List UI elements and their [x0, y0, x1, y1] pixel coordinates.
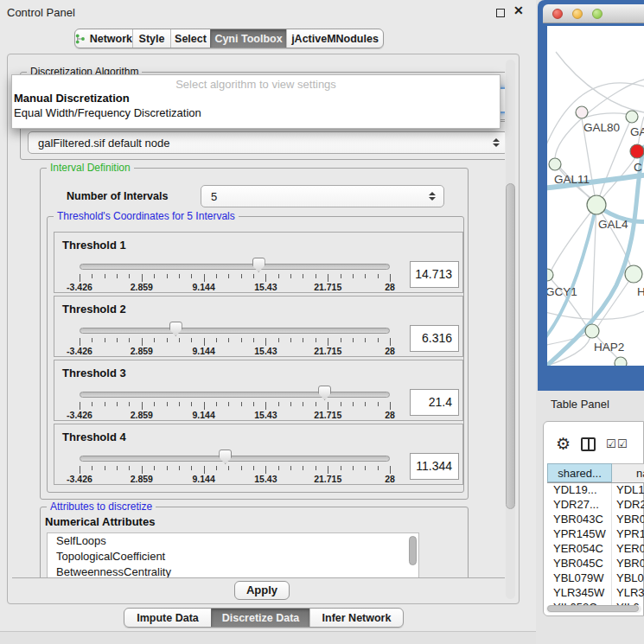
network-graph[interactable]: GAL80GACGAL11GAL4GCY1HHAP2: [547, 26, 644, 366]
tick-mark: [303, 402, 303, 406]
table-row[interactable]: YDR27...YDR2: [547, 498, 644, 513]
attribute-list-item[interactable]: BetweennessCentrality: [48, 564, 418, 578]
slider-thumb[interactable]: [252, 258, 265, 272]
tab-discretize-data[interactable]: Discretize Data: [211, 609, 309, 627]
slider-thumb[interactable]: [169, 322, 182, 336]
node-label: HAP2: [594, 341, 624, 354]
column-header-name[interactable]: na: [612, 463, 644, 482]
table-row[interactable]: YLR345WYLR3: [547, 586, 644, 601]
tick-mark: [129, 274, 130, 278]
num-intervals-value: 5: [211, 190, 217, 203]
network-node[interactable]: [587, 195, 606, 214]
tick-mark: [278, 466, 279, 470]
popup-option-equal-width[interactable]: Equal Width/Frequency Discretization: [12, 105, 500, 120]
network-canvas[interactable]: GAL80GACGAL11GAL4GCY1HHAP2: [547, 26, 644, 366]
tab-style[interactable]: Style: [132, 29, 170, 48]
network-node[interactable]: [549, 158, 561, 170]
table-row[interactable]: YBL079WYBL0: [547, 571, 644, 586]
slider-track[interactable]: [80, 264, 390, 270]
threshold-value-field[interactable]: 14.713: [410, 261, 459, 288]
tick-mark: [316, 338, 316, 342]
panel-scrollbar[interactable]: [506, 60, 515, 599]
table-row[interactable]: YBR045CYBR0: [547, 557, 644, 571]
scrollbar-thumb[interactable]: [506, 183, 515, 509]
slider-track[interactable]: [80, 328, 390, 334]
tick-mark: [365, 338, 366, 342]
tick-mark: [204, 466, 205, 474]
node-label: GAL11: [554, 173, 590, 186]
attributes-scrollbar[interactable]: [409, 535, 417, 578]
network-edge: [555, 118, 582, 158]
zoom-traffic-light-icon[interactable]: [592, 9, 603, 19]
cell-shared-name: YDL19...: [547, 483, 612, 498]
table-data-combo[interactable]: galFiltered.sif default node: [28, 131, 505, 154]
tab-select[interactable]: Select: [170, 29, 210, 48]
split-view-icon[interactable]: [581, 437, 596, 451]
network-node[interactable]: [585, 324, 599, 338]
scrollbar-thumb[interactable]: [547, 605, 639, 612]
tick-mark: [378, 338, 379, 342]
network-node[interactable]: [625, 265, 642, 283]
close-icon[interactable]: ✕: [513, 3, 524, 17]
table-data-combo-value: galFiltered.sif default node: [38, 137, 169, 150]
num-intervals-label: Number of Intervals: [67, 190, 168, 202]
tick-mark: [105, 274, 105, 278]
network-node[interactable]: [626, 111, 638, 123]
tab-cyni-toolbox[interactable]: Cyni Toolbox: [210, 29, 286, 48]
checkbox-icon[interactable]: ☑: [606, 438, 616, 450]
tick-mark: [80, 274, 80, 282]
threshold-label: Threshold 1: [62, 239, 126, 252]
table-row[interactable]: YER054CYER0: [547, 542, 644, 557]
tick-mark: [129, 466, 130, 470]
numerical-attributes-list[interactable]: SelfLoopsTopologicalCoefficientBetweenne…: [47, 532, 419, 578]
close-traffic-light-icon[interactable]: [552, 9, 563, 19]
cell-name: YER0: [612, 542, 644, 557]
tick-mark: [341, 466, 341, 470]
tab-network[interactable]: Network: [75, 29, 132, 48]
tick-mark: [129, 338, 130, 342]
network-node[interactable]: [547, 269, 553, 281]
tab-jactivemnodules[interactable]: jActiveMNodules: [286, 29, 383, 48]
tick-mark: [191, 466, 192, 470]
checkbox-icon[interactable]: ☑: [617, 438, 628, 450]
minimize-traffic-light-icon[interactable]: [572, 9, 583, 19]
slider-thumb[interactable]: [219, 450, 232, 464]
network-node[interactable]: [576, 106, 588, 118]
tab-impute-data[interactable]: Impute Data: [124, 609, 211, 627]
gear-icon[interactable]: ⚙: [556, 436, 571, 452]
num-intervals-combo[interactable]: 5: [201, 185, 444, 207]
column-header-shared[interactable]: shared...: [547, 463, 612, 482]
threshold-value-field[interactable]: 21.4: [410, 389, 459, 416]
network-node[interactable]: [615, 357, 627, 366]
table-row[interactable]: YBR043CYBR0: [547, 513, 644, 527]
tick-label: 21.715: [306, 282, 349, 292]
tick-mark: [265, 338, 266, 346]
table-horizontal-scrollbar[interactable]: [546, 605, 641, 613]
tick-label: 21.715: [306, 410, 349, 420]
table-row[interactable]: YDL19...YDL1: [547, 483, 644, 498]
slider-track[interactable]: [80, 392, 390, 398]
bottom-tab-bar: Impute DataDiscretize DataInfer Network: [124, 608, 404, 628]
threshold-row-1: Threshold 1-3.4262.8599.14415.4321.71528…: [54, 232, 463, 293]
apply-button[interactable]: Apply: [234, 581, 290, 600]
popup-option-manual-discretization[interactable]: Manual Discretization: [12, 91, 500, 105]
tab-infer-network[interactable]: Infer Network: [309, 609, 403, 627]
tick-label: 15.43: [244, 282, 287, 292]
table-row[interactable]: YPR145WYPR1: [547, 527, 644, 542]
slider-track[interactable]: [80, 456, 390, 462]
float-window-icon[interactable]: [496, 9, 505, 17]
threshold-value-field[interactable]: 11.344: [410, 453, 459, 480]
tick-label: -3.426: [58, 474, 101, 484]
network-window-titlebar[interactable]: [543, 4, 644, 23]
attribute-list-item[interactable]: SelfLoops: [48, 533, 418, 549]
tick-mark: [241, 466, 242, 470]
slider-thumb[interactable]: [318, 386, 331, 400]
attribute-list-item[interactable]: TopologicalCoefficient: [48, 549, 418, 564]
scrollbar-thumb[interactable]: [409, 536, 417, 565]
tick-mark: [241, 402, 242, 406]
cell-name: YDL1: [612, 483, 644, 498]
tab-label: Select: [175, 33, 207, 45]
tick-label: 28: [368, 474, 411, 484]
threshold-value-field[interactable]: 6.316: [410, 325, 459, 352]
network-node[interactable]: [630, 144, 644, 158]
